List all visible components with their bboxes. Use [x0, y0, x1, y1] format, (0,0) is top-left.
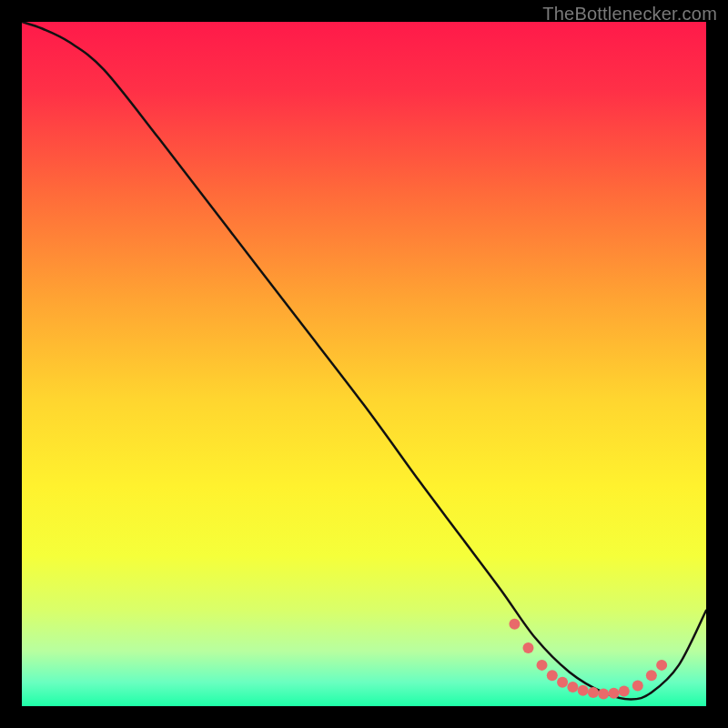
marker-dot [522, 642, 533, 653]
chart-svg [22, 22, 706, 706]
marker-dot [598, 688, 609, 699]
marker-dot [608, 688, 619, 699]
marker-dot [557, 677, 568, 688]
gradient-background [22, 22, 706, 706]
marker-dot [537, 660, 548, 671]
marker-dot [547, 670, 558, 681]
marker-dot [656, 660, 667, 671]
marker-dot [619, 685, 630, 696]
marker-dot [646, 670, 657, 681]
marker-dot [509, 619, 520, 630]
marker-dot [578, 685, 589, 696]
chart-stage: TheBottlenecker.com [0, 0, 728, 728]
marker-dot [588, 687, 599, 698]
marker-dot [632, 680, 643, 691]
plot-area [22, 22, 706, 706]
marker-dot [567, 682, 578, 693]
watermark-text: TheBottlenecker.com [542, 4, 717, 25]
